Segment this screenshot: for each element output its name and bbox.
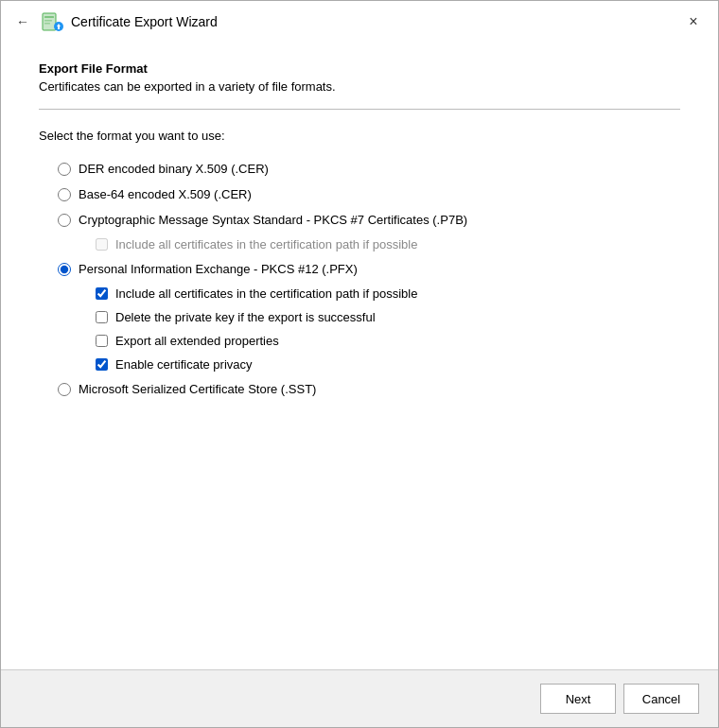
radio-item-pfx: Personal Information Exchange - PKCS #12… (39, 256, 680, 282)
checkbox-label-pfx-include: Include all certificates in the certific… (115, 286, 417, 301)
checkbox-pfx-include[interactable] (96, 287, 108, 300)
radio-label-sst: Microsoft Serialized Certificate Store (… (79, 382, 316, 396)
divider (39, 109, 680, 110)
checkbox-item-pfx-delete: Delete the private key if the export is … (96, 305, 680, 329)
checkbox-label-pfx-extended: Export all extended properties (115, 334, 279, 348)
cms-options: Include all certificates in the certific… (39, 233, 680, 256)
radio-item-der: DER encoded binary X.509 (.CER) (39, 156, 680, 182)
radio-label-der: DER encoded binary X.509 (.CER) (79, 162, 269, 176)
radio-label-cms: Cryptographic Message Syntax Standard - … (79, 213, 467, 227)
footer: Next Cancel (1, 669, 718, 727)
checkbox-pfx-delete[interactable] (96, 311, 108, 323)
close-button[interactable]: × (680, 9, 707, 35)
section-description: Certificates can be exported in a variet… (39, 79, 680, 94)
section-title: Export File Format (39, 61, 680, 76)
section-header: Export File Format Certificates can be e… (39, 61, 680, 94)
radio-item-base64: Base-64 encoded X.509 (.CER) (39, 182, 680, 207)
next-button[interactable]: Next (540, 684, 616, 714)
radio-base64[interactable] (58, 188, 71, 201)
radio-label-pfx: Personal Information Exchange - PKCS #12… (79, 262, 358, 276)
checkbox-item-pfx-include: Include all certificates in the certific… (96, 282, 680, 305)
checkbox-pfx-privacy[interactable] (96, 358, 108, 371)
radio-sst[interactable] (58, 383, 71, 396)
svg-rect-2 (44, 20, 52, 22)
svg-rect-0 (43, 13, 56, 30)
wizard-icon (41, 10, 63, 33)
radio-item-cms: Cryptographic Message Syntax Standard - … (39, 207, 680, 233)
radio-group: DER encoded binary X.509 (.CER) Base-64 … (39, 156, 680, 402)
title-bar: ← Certificate Export Wizard × (1, 1, 718, 43)
cancel-button[interactable]: Cancel (623, 684, 699, 714)
radio-cms[interactable] (58, 214, 71, 227)
wizard-window: ← Certificate Export Wizard × Export Fil… (0, 0, 719, 728)
checkbox-item-cms-include: Include all certificates in the certific… (96, 233, 680, 256)
title-bar-left: ← Certificate Export Wizard (12, 10, 218, 33)
back-icon[interactable]: ← (12, 12, 33, 31)
radio-label-base64: Base-64 encoded X.509 (.CER) (79, 187, 252, 201)
checkbox-item-pfx-extended: Export all extended properties (96, 329, 680, 353)
svg-rect-3 (44, 23, 50, 25)
checkbox-label-pfx-delete: Delete the private key if the export is … (115, 310, 376, 324)
checkbox-label-cms-include: Include all certificates in the certific… (115, 237, 417, 251)
radio-item-sst: Microsoft Serialized Certificate Store (… (39, 376, 680, 402)
radio-der[interactable] (58, 163, 71, 176)
checkbox-item-pfx-privacy: Enable certificate privacy (96, 353, 680, 376)
checkbox-cms-include[interactable] (96, 238, 108, 251)
radio-pfx[interactable] (58, 263, 71, 276)
window-title: Certificate Export Wizard (71, 14, 218, 29)
pfx-options: Include all certificates in the certific… (39, 282, 680, 376)
svg-rect-1 (44, 16, 54, 18)
content-area: Export File Format Certificates can be e… (1, 43, 718, 669)
format-prompt: Select the format you want to use: (39, 129, 680, 143)
checkbox-label-pfx-privacy: Enable certificate privacy (115, 357, 253, 372)
checkbox-pfx-extended[interactable] (96, 335, 108, 347)
